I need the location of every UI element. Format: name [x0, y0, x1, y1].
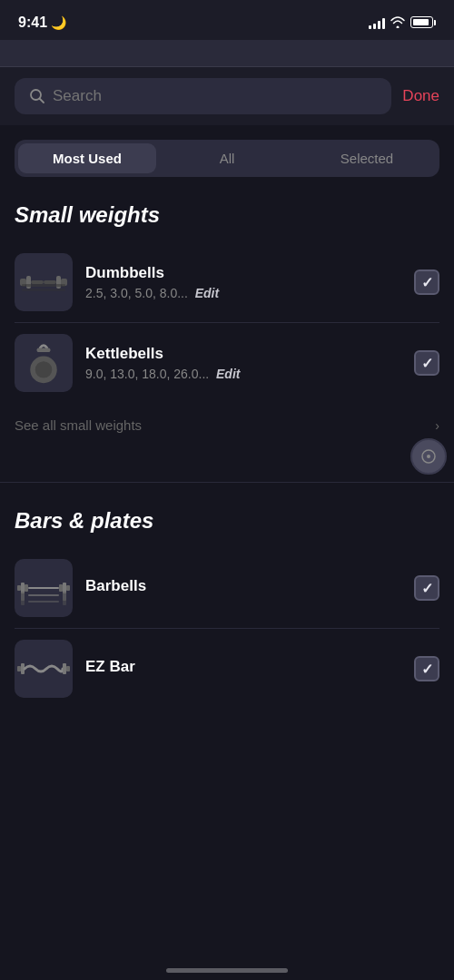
kettlebells-checkmark: ✓ [421, 355, 433, 372]
dumbbells-info: Dumbbells 2.5, 3.0, 5.0, 8.0... Edit [85, 264, 401, 300]
chevron-right-icon: › [435, 418, 439, 433]
kettlebells-info: Kettlebells 9.0, 13.0, 18.0, 26.0... Edi… [85, 345, 401, 381]
done-button[interactable]: Done [402, 87, 439, 105]
svg-rect-30 [63, 663, 66, 674]
svg-point-14 [427, 455, 430, 458]
battery-icon [410, 16, 436, 28]
dumbbells-thumbnail [15, 253, 73, 311]
dumbbells-checkmark: ✓ [421, 274, 433, 291]
dumbbells-name: Dumbbells [85, 264, 401, 282]
scroll-thumb [410, 438, 447, 475]
section-bars-plates: Bars & plates Ba [0, 490, 454, 709]
svg-point-12 [35, 361, 52, 377]
svg-rect-31 [66, 666, 70, 671]
kettlebells-thumbnail [15, 334, 73, 392]
barbells-checkbox[interactable]: ✓ [414, 575, 439, 601]
svg-rect-10 [37, 348, 51, 352]
tab-all[interactable]: All [158, 143, 296, 173]
signal-icon [369, 16, 385, 29]
equipment-item-ezbar[interactable]: EZ Bar ✓ [15, 629, 439, 709]
tab-selected[interactable]: Selected [298, 143, 436, 173]
home-indicator [166, 968, 288, 973]
svg-rect-28 [17, 666, 21, 671]
section-title-bars-plates: Bars & plates [15, 508, 439, 534]
svg-rect-18 [28, 587, 59, 589]
kettlebells-edit[interactable]: Edit [216, 367, 240, 381]
svg-rect-21 [66, 585, 70, 591]
section-divider [0, 482, 454, 483]
dumbbells-values: 2.5, 3.0, 5.0, 8.0... Edit [85, 286, 401, 300]
see-all-label: See all small weights [15, 417, 142, 433]
ezbar-checkmark: ✓ [421, 661, 433, 678]
barbells-checkmark: ✓ [421, 580, 433, 597]
wifi-icon [390, 16, 405, 28]
svg-rect-17 [25, 584, 28, 592]
ezbar-checkbox[interactable]: ✓ [414, 656, 439, 681]
equipment-item-kettlebells[interactable]: Kettlebells 9.0, 13.0, 18.0, 26.0... Edi… [15, 323, 439, 403]
status-time: 9:41 [18, 15, 47, 31]
status-bar: 9:41 🌙 [0, 0, 454, 40]
svg-rect-9 [22, 289, 65, 291]
kettlebells-values: 9.0, 13.0, 18.0, 26.0... Edit [85, 367, 401, 381]
svg-rect-4 [31, 280, 44, 284]
section-small-weights: Small weights Dumbbells 2.5, 3.0, 5.0, 8… [0, 184, 454, 403]
ezbar-name: EZ Bar [85, 658, 401, 676]
tab-selector: Most Used All Selected [15, 140, 439, 177]
tab-most-used[interactable]: Most Used [18, 143, 156, 173]
search-container: Done [0, 67, 454, 125]
status-icons [369, 16, 436, 29]
dumbbells-checkbox[interactable]: ✓ [414, 270, 439, 295]
kettlebells-name: Kettlebells [85, 345, 401, 363]
svg-rect-19 [59, 584, 63, 592]
kettlebells-checkbox[interactable]: ✓ [414, 350, 439, 376]
svg-rect-23 [28, 594, 59, 596]
search-input[interactable] [53, 87, 377, 105]
svg-line-1 [40, 99, 44, 103]
search-icon [29, 88, 45, 104]
svg-rect-5 [44, 280, 56, 284]
dumbbells-edit[interactable]: Edit [195, 286, 219, 300]
scroll-indicator [0, 438, 454, 475]
section-title-small-weights: Small weights [15, 202, 439, 228]
equipment-item-barbells[interactable]: Barbells ✓ [15, 548, 439, 629]
barbells-info: Barbells [85, 577, 401, 599]
barbells-name: Barbells [85, 577, 401, 595]
top-partial-bar [0, 40, 454, 67]
svg-rect-8 [22, 284, 65, 287]
svg-rect-26 [28, 601, 59, 603]
svg-rect-27 [63, 599, 66, 605]
equipment-item-dumbbells[interactable]: Dumbbells 2.5, 3.0, 5.0, 8.0... Edit ✓ [15, 242, 439, 323]
ezbar-info: EZ Bar [85, 658, 401, 680]
svg-rect-15 [17, 585, 21, 591]
barbells-thumbnail [15, 559, 73, 617]
moon-icon: 🌙 [51, 15, 66, 30]
ezbar-thumbnail [15, 640, 73, 698]
svg-rect-25 [21, 599, 25, 605]
search-input-wrapper[interactable] [15, 78, 391, 114]
